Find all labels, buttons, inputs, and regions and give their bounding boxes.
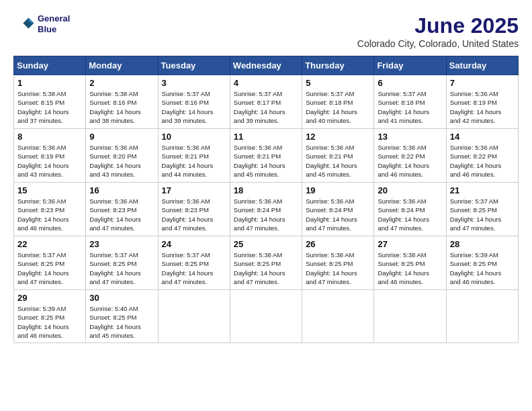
day-info: Sunrise: 5:37 AMSunset: 8:25 PMDaylight:… [17,250,82,286]
table-row: 15Sunrise: 5:36 AMSunset: 8:23 PMDayligh… [14,183,86,236]
day-info: Sunrise: 5:37 AMSunset: 8:25 PMDaylight:… [162,250,226,286]
table-row: 11Sunrise: 5:36 AMSunset: 8:21 PMDayligh… [230,129,302,183]
table-row: 13Sunrise: 5:36 AMSunset: 8:22 PMDayligh… [374,129,446,183]
table-row: 9Sunrise: 5:36 AMSunset: 8:20 PMDaylight… [86,129,158,183]
day-number: 23 [89,239,154,249]
day-info: Sunrise: 5:37 AMSunset: 8:18 PMDaylight:… [306,89,370,125]
day-info: Sunrise: 5:36 AMSunset: 8:20 PMDaylight:… [89,143,154,179]
table-row [374,290,446,343]
day-number: 30 [89,293,154,303]
calendar-table: Sunday Monday Tuesday Wednesday Thursday… [13,56,519,343]
day-number: 22 [17,239,82,249]
col-monday: Monday [86,56,158,75]
table-row [230,290,302,343]
day-info: Sunrise: 5:38 AMSunset: 8:25 PMDaylight:… [306,250,370,286]
day-number: 5 [306,78,370,88]
day-info: Sunrise: 5:38 AMSunset: 8:16 PMDaylight:… [89,89,154,125]
day-info: Sunrise: 5:37 AMSunset: 8:16 PMDaylight:… [162,89,226,125]
day-number: 13 [378,132,442,142]
location-subtitle: Colorado City, Colorado, United States [357,38,519,49]
table-row: 1Sunrise: 5:38 AMSunset: 8:15 PMDaylight… [14,75,86,129]
day-number: 4 [234,78,298,88]
col-saturday: Saturday [446,56,518,75]
day-info: Sunrise: 5:37 AMSunset: 8:25 PMDaylight:… [450,197,515,232]
table-row: 16Sunrise: 5:36 AMSunset: 8:23 PMDayligh… [86,183,158,236]
day-info: Sunrise: 5:40 AMSunset: 8:25 PMDaylight:… [89,304,154,340]
table-row: 14Sunrise: 5:36 AMSunset: 8:22 PMDayligh… [446,129,518,183]
day-info: Sunrise: 5:36 AMSunset: 8:22 PMDaylight:… [450,143,515,179]
day-number: 12 [306,132,370,142]
day-info: Sunrise: 5:36 AMSunset: 8:24 PMDaylight:… [306,197,370,232]
calendar-week-row: 22Sunrise: 5:37 AMSunset: 8:25 PMDayligh… [14,236,519,290]
day-number: 18 [234,185,298,195]
day-number: 8 [17,132,82,142]
logo: General Blue [13,13,70,35]
calendar-week-row: 1Sunrise: 5:38 AMSunset: 8:15 PMDaylight… [14,75,519,129]
day-info: Sunrise: 5:36 AMSunset: 8:23 PMDaylight:… [89,197,154,232]
day-number: 28 [450,239,515,249]
col-sunday: Sunday [14,56,86,75]
table-row: 21Sunrise: 5:37 AMSunset: 8:25 PMDayligh… [446,183,518,236]
title-area: June 2025 Colorado City, Colorado, Unite… [357,13,519,49]
day-info: Sunrise: 5:37 AMSunset: 8:18 PMDaylight:… [378,89,442,125]
table-row: 20Sunrise: 5:36 AMSunset: 8:24 PMDayligh… [374,183,446,236]
day-info: Sunrise: 5:38 AMSunset: 8:25 PMDaylight:… [234,250,298,286]
day-number: 1 [17,78,82,88]
day-number: 20 [378,185,442,195]
day-number: 16 [89,185,154,195]
table-row: 26Sunrise: 5:38 AMSunset: 8:25 PMDayligh… [302,236,374,290]
day-info: Sunrise: 5:36 AMSunset: 8:19 PMDaylight:… [450,89,515,125]
day-info: Sunrise: 5:36 AMSunset: 8:24 PMDaylight:… [378,197,442,232]
table-row: 6Sunrise: 5:37 AMSunset: 8:18 PMDaylight… [374,75,446,129]
table-row: 27Sunrise: 5:38 AMSunset: 8:25 PMDayligh… [374,236,446,290]
day-number: 17 [162,185,226,195]
calendar-header-row: Sunday Monday Tuesday Wednesday Thursday… [14,56,519,75]
day-number: 29 [17,293,82,303]
day-number: 19 [306,185,370,195]
table-row: 3Sunrise: 5:37 AMSunset: 8:16 PMDaylight… [158,75,230,129]
day-info: Sunrise: 5:36 AMSunset: 8:21 PMDaylight:… [162,143,226,179]
table-row: 28Sunrise: 5:39 AMSunset: 8:25 PMDayligh… [446,236,518,290]
col-wednesday: Wednesday [230,56,302,75]
table-row: 8Sunrise: 5:36 AMSunset: 8:19 PMDaylight… [14,129,86,183]
table-row: 10Sunrise: 5:36 AMSunset: 8:21 PMDayligh… [158,129,230,183]
table-row: 7Sunrise: 5:36 AMSunset: 8:19 PMDaylight… [446,75,518,129]
day-info: Sunrise: 5:36 AMSunset: 8:23 PMDaylight:… [17,197,82,232]
day-number: 3 [162,78,226,88]
day-info: Sunrise: 5:36 AMSunset: 8:19 PMDaylight:… [17,143,82,179]
day-info: Sunrise: 5:36 AMSunset: 8:24 PMDaylight:… [234,197,298,232]
day-number: 26 [306,239,370,249]
col-friday: Friday [374,56,446,75]
table-row: 23Sunrise: 5:37 AMSunset: 8:25 PMDayligh… [86,236,158,290]
table-row: 12Sunrise: 5:36 AMSunset: 8:21 PMDayligh… [302,129,374,183]
col-thursday: Thursday [302,56,374,75]
table-row: 25Sunrise: 5:38 AMSunset: 8:25 PMDayligh… [230,236,302,290]
day-number: 14 [450,132,515,142]
day-number: 25 [234,239,298,249]
logo-icon [13,13,35,35]
table-row [158,290,230,343]
logo-text: General Blue [38,13,70,34]
day-number: 10 [162,132,226,142]
day-info: Sunrise: 5:36 AMSunset: 8:21 PMDaylight:… [234,143,298,179]
page-header: General Blue June 2025 Colorado City, Co… [13,13,519,49]
day-number: 6 [378,78,442,88]
calendar-week-row: 15Sunrise: 5:36 AMSunset: 8:23 PMDayligh… [14,183,519,236]
day-number: 21 [450,185,515,195]
table-row [446,290,518,343]
table-row: 30Sunrise: 5:40 AMSunset: 8:25 PMDayligh… [86,290,158,343]
day-number: 11 [234,132,298,142]
day-info: Sunrise: 5:39 AMSunset: 8:25 PMDaylight:… [450,250,515,286]
calendar-week-row: 29Sunrise: 5:39 AMSunset: 8:25 PMDayligh… [14,290,519,343]
table-row: 24Sunrise: 5:37 AMSunset: 8:25 PMDayligh… [158,236,230,290]
col-tuesday: Tuesday [158,56,230,75]
day-info: Sunrise: 5:38 AMSunset: 8:25 PMDaylight:… [378,250,442,286]
day-info: Sunrise: 5:38 AMSunset: 8:15 PMDaylight:… [17,89,82,125]
day-info: Sunrise: 5:36 AMSunset: 8:22 PMDaylight:… [378,143,442,179]
table-row [302,290,374,343]
day-info: Sunrise: 5:36 AMSunset: 8:23 PMDaylight:… [162,197,226,232]
table-row: 4Sunrise: 5:37 AMSunset: 8:17 PMDaylight… [230,75,302,129]
table-row: 22Sunrise: 5:37 AMSunset: 8:25 PMDayligh… [14,236,86,290]
table-row: 29Sunrise: 5:39 AMSunset: 8:25 PMDayligh… [14,290,86,343]
day-number: 2 [89,78,154,88]
